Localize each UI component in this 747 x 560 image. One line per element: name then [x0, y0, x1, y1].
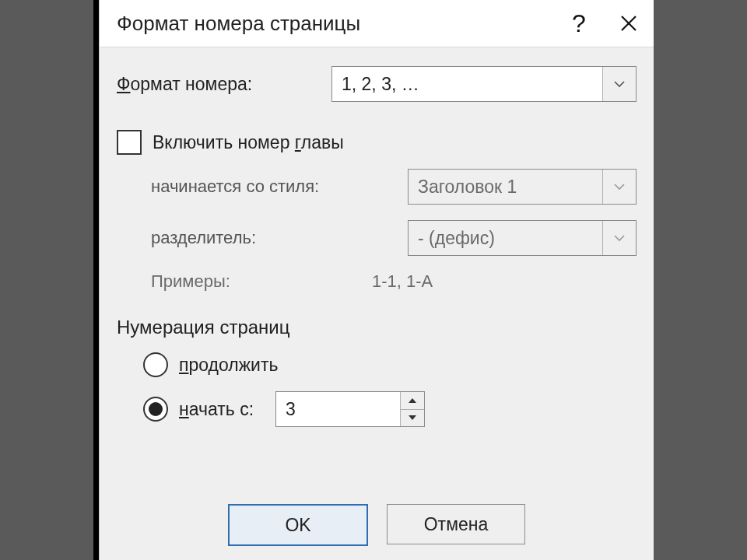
spinner-up[interactable] [401, 392, 424, 410]
startat-radio[interactable] [143, 397, 168, 422]
include-chapter-checkbox[interactable] [117, 130, 142, 155]
include-chapter-row: Включить номер главы [117, 130, 637, 155]
examples-value: 1-1, 1-A [372, 271, 637, 292]
chapter-style-row: начинается со стиля: Заголовок 1 [151, 169, 637, 205]
cancel-button[interactable]: Отмена [387, 504, 525, 544]
number-format-combo[interactable]: 1, 2, 3, … [331, 66, 637, 102]
include-chapter-label: Включить номер главы [153, 132, 344, 153]
triangle-down-icon [409, 415, 416, 420]
startat-label: начать с: [179, 399, 254, 420]
startat-value: 3 [276, 392, 400, 426]
continue-radio[interactable] [143, 352, 168, 377]
ok-button[interactable]: OK [228, 504, 368, 546]
number-format-row: Формат номера: 1, 2, 3, … [117, 66, 637, 102]
number-format-arrow[interactable] [602, 67, 636, 101]
separator-combo: - (дефис) [408, 220, 637, 256]
close-icon [619, 14, 638, 33]
window-frame: Формат номера страницы ? Формат номера: … [93, 0, 654, 560]
continue-label: продолжить [179, 355, 278, 376]
close-button[interactable] [604, 0, 654, 47]
separator-value: - (дефис) [409, 221, 602, 255]
numbering-group-label: Нумерация страниц [117, 317, 637, 338]
triangle-up-icon [409, 398, 416, 403]
startat-spinner[interactable]: 3 [275, 391, 425, 427]
separator-arrow [602, 221, 636, 255]
chapter-style-value: Заголовок 1 [409, 170, 602, 204]
dialog-title: Формат номера страницы [117, 12, 554, 36]
continue-radio-row: продолжить [117, 352, 637, 377]
examples-row: Примеры: 1-1, 1-A [151, 271, 637, 292]
chevron-down-icon [613, 183, 626, 191]
examples-label: Примеры: [151, 271, 230, 292]
help-button[interactable]: ? [554, 0, 604, 47]
chevron-down-icon [613, 80, 626, 88]
separator-row: разделитель: - (дефис) [151, 220, 637, 256]
dialog-body: Формат номера: 1, 2, 3, … Включить номер… [100, 47, 654, 427]
chapter-style-combo: Заголовок 1 [408, 169, 637, 205]
spinner-down[interactable] [401, 410, 424, 427]
separator-label: разделитель: [151, 228, 256, 248]
chapter-options: начинается со стиля: Заголовок 1 раздели… [117, 169, 637, 292]
chevron-down-icon [613, 234, 626, 242]
spinner-buttons [400, 392, 424, 426]
startat-radio-row: начать с: 3 [117, 391, 637, 427]
dialog-footer: OK Отмена [100, 504, 654, 546]
number-format-value: 1, 2, 3, … [332, 67, 602, 101]
chapter-style-arrow [602, 170, 636, 204]
titlebar: Формат номера страницы ? [100, 0, 654, 47]
page-number-format-dialog: Формат номера страницы ? Формат номера: … [99, 0, 654, 560]
number-format-label: Формат номера: [117, 74, 252, 95]
chapter-style-label: начинается со стиля: [151, 177, 319, 197]
